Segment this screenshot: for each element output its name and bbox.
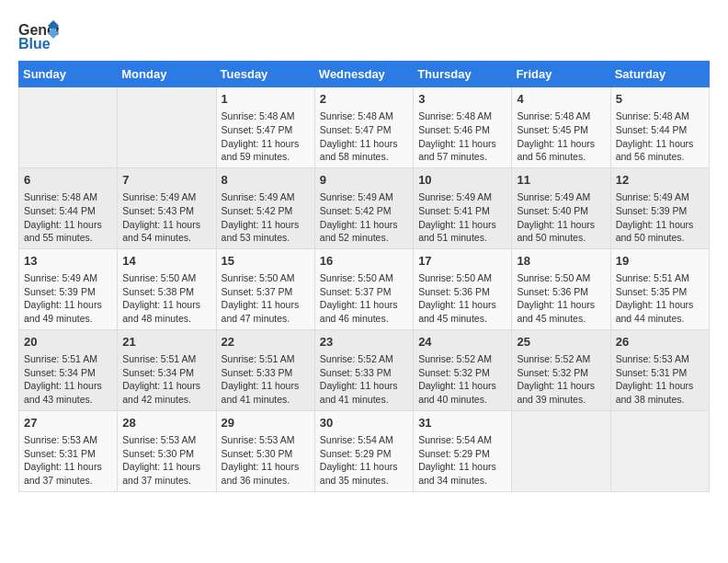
day-number: 19 — [616, 253, 704, 270]
svg-text:Blue: Blue — [18, 36, 51, 52]
cell-content: Sunrise: 5:49 AMSunset: 5:41 PMDaylight:… — [418, 190, 506, 245]
cell-content: Sunrise: 5:48 AMSunset: 5:45 PMDaylight:… — [517, 109, 605, 164]
calendar-cell: 1Sunrise: 5:48 AMSunset: 5:47 PMDaylight… — [216, 87, 314, 168]
calendar-week-row: 6Sunrise: 5:48 AMSunset: 5:44 PMDaylight… — [19, 167, 710, 248]
logo: General Blue — [18, 18, 59, 52]
cell-content: Sunrise: 5:48 AMSunset: 5:44 PMDaylight:… — [24, 190, 112, 245]
day-of-week-header: Tuesday — [216, 62, 314, 87]
day-number: 13 — [24, 253, 112, 270]
calendar-cell: 30Sunrise: 5:54 AMSunset: 5:29 PMDayligh… — [314, 410, 413, 491]
calendar-cell: 15Sunrise: 5:50 AMSunset: 5:37 PMDayligh… — [216, 248, 314, 329]
day-number: 5 — [616, 91, 704, 108]
calendar-cell: 19Sunrise: 5:51 AMSunset: 5:35 PMDayligh… — [610, 248, 709, 329]
day-number: 22 — [222, 334, 310, 350]
cell-content: Sunrise: 5:54 AMSunset: 5:29 PMDaylight:… — [320, 433, 408, 488]
cell-content: Sunrise: 5:48 AMSunset: 5:44 PMDaylight:… — [616, 109, 704, 164]
calendar-cell: 20Sunrise: 5:51 AMSunset: 5:34 PMDayligh… — [19, 329, 118, 410]
calendar-cell: 23Sunrise: 5:52 AMSunset: 5:33 PMDayligh… — [314, 329, 413, 410]
day-number: 28 — [122, 415, 210, 431]
day-number: 27 — [24, 415, 112, 431]
cell-content: Sunrise: 5:48 AMSunset: 5:46 PMDaylight:… — [418, 109, 506, 164]
calendar-cell: 27Sunrise: 5:53 AMSunset: 5:31 PMDayligh… — [19, 410, 118, 491]
cell-content: Sunrise: 5:49 AMSunset: 5:39 PMDaylight:… — [24, 271, 112, 326]
day-of-week-header: Sunday — [19, 62, 118, 87]
calendar-cell: 2Sunrise: 5:48 AMSunset: 5:47 PMDaylight… — [314, 87, 413, 168]
cell-content: Sunrise: 5:51 AMSunset: 5:34 PMDaylight:… — [24, 352, 112, 407]
calendar-header: SundayMondayTuesdayWednesdayThursdayFrid… — [19, 62, 710, 87]
calendar-cell: 8Sunrise: 5:49 AMSunset: 5:42 PMDaylight… — [216, 167, 314, 248]
cell-content: Sunrise: 5:50 AMSunset: 5:37 PMDaylight:… — [320, 271, 408, 326]
day-number: 14 — [122, 253, 210, 270]
cell-content: Sunrise: 5:52 AMSunset: 5:32 PMDaylight:… — [418, 352, 506, 407]
calendar-body: 1Sunrise: 5:48 AMSunset: 5:47 PMDaylight… — [19, 87, 710, 492]
calendar-cell: 28Sunrise: 5:53 AMSunset: 5:30 PMDayligh… — [118, 410, 216, 491]
cell-content: Sunrise: 5:49 AMSunset: 5:42 PMDaylight:… — [222, 190, 310, 245]
calendar-cell: 13Sunrise: 5:49 AMSunset: 5:39 PMDayligh… — [19, 248, 118, 329]
day-number: 10 — [418, 172, 506, 189]
day-of-week-header: Monday — [118, 62, 216, 87]
cell-content: Sunrise: 5:53 AMSunset: 5:31 PMDaylight:… — [24, 433, 112, 488]
day-number: 16 — [320, 253, 408, 270]
cell-content: Sunrise: 5:49 AMSunset: 5:39 PMDaylight:… — [616, 190, 704, 245]
day-number: 24 — [418, 334, 506, 350]
day-number: 4 — [517, 91, 605, 108]
day-number: 20 — [24, 334, 112, 350]
day-number: 11 — [517, 172, 605, 189]
day-number: 21 — [122, 334, 210, 350]
calendar-cell — [19, 87, 118, 168]
calendar-cell: 3Sunrise: 5:48 AMSunset: 5:46 PMDaylight… — [414, 87, 512, 168]
calendar-cell: 18Sunrise: 5:50 AMSunset: 5:36 PMDayligh… — [512, 248, 610, 329]
calendar-cell: 10Sunrise: 5:49 AMSunset: 5:41 PMDayligh… — [414, 167, 512, 248]
cell-content: Sunrise: 5:51 AMSunset: 5:34 PMDaylight:… — [122, 352, 210, 407]
cell-content: Sunrise: 5:51 AMSunset: 5:35 PMDaylight:… — [616, 271, 704, 326]
cell-content: Sunrise: 5:49 AMSunset: 5:42 PMDaylight:… — [320, 190, 408, 245]
cell-content: Sunrise: 5:49 AMSunset: 5:40 PMDaylight:… — [517, 190, 605, 245]
day-of-week-header: Friday — [512, 62, 610, 87]
calendar-cell — [610, 410, 709, 491]
day-number: 17 — [418, 253, 506, 270]
logo-icon: General Blue — [18, 18, 59, 52]
cell-content: Sunrise: 5:51 AMSunset: 5:33 PMDaylight:… — [222, 352, 310, 407]
cell-content: Sunrise: 5:53 AMSunset: 5:30 PMDaylight:… — [122, 433, 210, 488]
calendar-cell — [118, 87, 216, 168]
calendar-cell: 24Sunrise: 5:52 AMSunset: 5:32 PMDayligh… — [414, 329, 512, 410]
day-number: 30 — [320, 415, 408, 431]
day-number: 29 — [222, 415, 310, 431]
day-number: 31 — [418, 415, 506, 431]
cell-content: Sunrise: 5:48 AMSunset: 5:47 PMDaylight:… — [320, 109, 408, 164]
page-header: General Blue — [18, 18, 710, 52]
cell-content: Sunrise: 5:50 AMSunset: 5:36 PMDaylight:… — [418, 271, 506, 326]
day-number: 6 — [24, 172, 112, 189]
calendar-cell — [512, 410, 610, 491]
calendar-cell: 12Sunrise: 5:49 AMSunset: 5:39 PMDayligh… — [610, 167, 709, 248]
calendar-cell: 21Sunrise: 5:51 AMSunset: 5:34 PMDayligh… — [118, 329, 216, 410]
cell-content: Sunrise: 5:52 AMSunset: 5:32 PMDaylight:… — [517, 352, 605, 407]
calendar-cell: 11Sunrise: 5:49 AMSunset: 5:40 PMDayligh… — [512, 167, 610, 248]
calendar-week-row: 27Sunrise: 5:53 AMSunset: 5:31 PMDayligh… — [19, 410, 710, 491]
day-of-week-header: Saturday — [610, 62, 709, 87]
calendar-cell: 4Sunrise: 5:48 AMSunset: 5:45 PMDaylight… — [512, 87, 610, 168]
day-number: 9 — [320, 172, 408, 189]
calendar-cell: 6Sunrise: 5:48 AMSunset: 5:44 PMDaylight… — [19, 167, 118, 248]
day-number: 7 — [122, 172, 210, 189]
day-number: 8 — [222, 172, 310, 189]
day-number: 26 — [616, 334, 704, 350]
day-number: 15 — [222, 253, 310, 270]
cell-content: Sunrise: 5:50 AMSunset: 5:38 PMDaylight:… — [122, 271, 210, 326]
calendar-cell: 16Sunrise: 5:50 AMSunset: 5:37 PMDayligh… — [314, 248, 413, 329]
calendar-cell: 5Sunrise: 5:48 AMSunset: 5:44 PMDaylight… — [610, 87, 709, 168]
day-number: 2 — [320, 91, 408, 108]
calendar-table: SundayMondayTuesdayWednesdayThursdayFrid… — [18, 61, 710, 492]
calendar-cell: 29Sunrise: 5:53 AMSunset: 5:30 PMDayligh… — [216, 410, 314, 491]
cell-content: Sunrise: 5:49 AMSunset: 5:43 PMDaylight:… — [122, 190, 210, 245]
day-number: 25 — [517, 334, 605, 350]
calendar-cell: 7Sunrise: 5:49 AMSunset: 5:43 PMDaylight… — [118, 167, 216, 248]
calendar-cell: 9Sunrise: 5:49 AMSunset: 5:42 PMDaylight… — [314, 167, 413, 248]
calendar-cell: 26Sunrise: 5:53 AMSunset: 5:31 PMDayligh… — [610, 329, 709, 410]
calendar-cell: 22Sunrise: 5:51 AMSunset: 5:33 PMDayligh… — [216, 329, 314, 410]
calendar-week-row: 13Sunrise: 5:49 AMSunset: 5:39 PMDayligh… — [19, 248, 710, 329]
day-number: 23 — [320, 334, 408, 350]
day-of-week-header: Wednesday — [314, 62, 413, 87]
calendar-week-row: 20Sunrise: 5:51 AMSunset: 5:34 PMDayligh… — [19, 329, 710, 410]
day-number: 18 — [517, 253, 605, 270]
